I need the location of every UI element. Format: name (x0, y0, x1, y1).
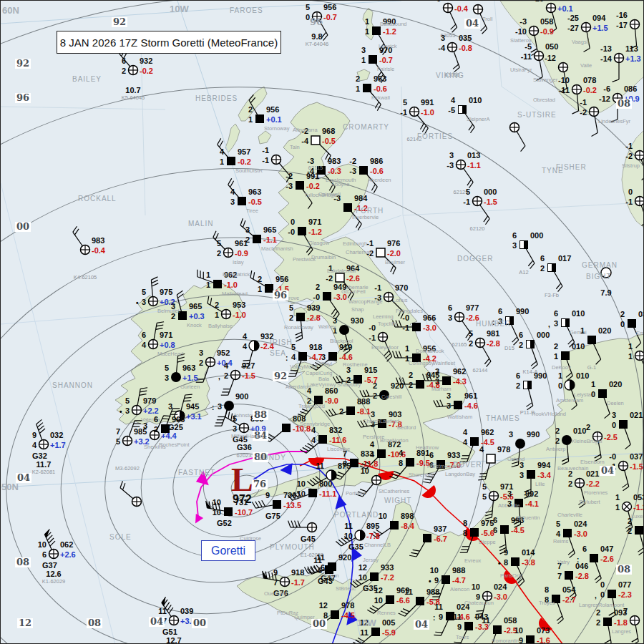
place-label: Herstmonceux (427, 463, 462, 469)
grid-label: 10W (170, 4, 189, 14)
station-extra: 9.8 (297, 32, 337, 41)
station-temp: 4 (458, 445, 484, 454)
place-label: BrizeNorton (380, 437, 409, 444)
station-tendency: -3.0 (494, 592, 507, 601)
station-dewpoint: -3 (267, 182, 293, 190)
station-pressure: 024 (574, 519, 587, 528)
station-temp: 8 (441, 519, 467, 527)
station-dewpoint: -1 (350, 333, 376, 342)
isobar-label: 92 (112, 17, 127, 27)
station-pressure: 024 (494, 582, 507, 591)
station-tendency: -0.5 (248, 197, 262, 206)
sea-area-label: PORTLAND (334, 511, 379, 519)
station-dewpoint: 9 (413, 576, 439, 585)
place-label: Stavanger (533, 77, 557, 83)
isobar-label: 04 (16, 473, 31, 483)
present-weather: • (119, 408, 122, 416)
label-layer: 62932-0.210.7K5-6404550956-0.79.8K7-6404… (1, 1, 644, 644)
station-tendency: -1.1 (263, 235, 277, 244)
sea-area-label: LUNDY (258, 454, 286, 462)
station-pressure: 963 (374, 74, 386, 83)
station-pressure: 956 (266, 105, 279, 114)
place-label: Chateaudun (464, 600, 494, 606)
station-name: MaceHead (157, 351, 183, 357)
station-pressure: 976 (387, 239, 400, 248)
station-tendency: -4.7 (452, 576, 466, 585)
station-temp: 5 (143, 364, 169, 372)
sea-area-label: MALIN (188, 220, 214, 228)
station-name: Lille (535, 481, 545, 487)
station-temp: 1 (570, 380, 595, 389)
station-name: LindesnesFyr (598, 118, 630, 125)
station-name: Gurteen (180, 384, 200, 390)
station-pressure: 077 (618, 580, 631, 589)
place-label: Wainfleet (433, 360, 455, 366)
station-temp: 3 (590, 411, 616, 419)
station-dewpoint: 4 (535, 530, 560, 538)
place-label: Aberdaron (286, 384, 311, 390)
station-dewpoint: 2 (494, 381, 520, 390)
station-dewpoint: 4 (221, 342, 247, 351)
isobar-label: 96 (273, 291, 288, 301)
station-name: Boulmer (385, 259, 405, 265)
station-tendency: -4.6 (464, 401, 478, 410)
place-label: Portland (346, 490, 366, 497)
station-pressure: 010 (572, 342, 585, 351)
station-dewpoint: 3 (414, 377, 439, 386)
sea-area-label: SHANNON (52, 381, 93, 389)
place-label: Marham (431, 386, 452, 392)
station-dewpoint: 7 (252, 578, 278, 587)
station-name: Fairisle (377, 66, 394, 72)
place-label: EmleyMoor (371, 344, 399, 351)
low-symbol: L (231, 464, 253, 496)
station-temp: -1 (243, 146, 269, 155)
place-label: Antwerp (546, 446, 566, 452)
station-dewpoint: -3 (331, 167, 356, 175)
station-name: SouthUistR (235, 167, 263, 174)
place-label: DeKooy (552, 364, 571, 371)
isobar-label: 76 (252, 479, 268, 489)
station-temp: -1 (561, 98, 587, 107)
station-temp: -6 (415, 0, 441, 3)
station-dewpoint: 11 (343, 628, 369, 637)
station-pressure: 920 (391, 381, 404, 390)
station-temp: 8 (523, 585, 549, 594)
place-label: Altnaharra (293, 127, 318, 133)
station-pressure: 971 (160, 331, 172, 339)
station-dewpoint: 2 (268, 313, 293, 322)
present-weather: , (548, 321, 550, 328)
place-label: Aboyne (331, 181, 349, 187)
present-weather: • (136, 299, 139, 307)
station-name: Luxembourg (631, 513, 644, 519)
station-pressure: 014 (522, 548, 535, 557)
station-dewpoint: 10 (327, 532, 353, 540)
station-dewpoint: 4 (120, 341, 146, 349)
station-name: SleipnerA (467, 116, 490, 122)
place-label: UtsiraFyr (510, 67, 532, 73)
place-label: Vaagsli (572, 39, 589, 45)
station-dewpoint: 3 (209, 197, 235, 206)
place-label: Rostherne (343, 361, 368, 368)
place-label: LakeVyrnwy (307, 381, 336, 388)
station-temp: 2 (227, 105, 253, 114)
station-pressure: 046 (575, 562, 588, 570)
station-temp: 11 (464, 616, 490, 625)
grid-label: 50N (1, 482, 19, 492)
station-pressure: 990 (516, 307, 529, 316)
place-label: Ballypatrick (223, 271, 250, 278)
place-label: Walney (318, 323, 336, 330)
station-dewpoint: 10 (357, 596, 383, 605)
station-name: LangdonBay (445, 471, 475, 477)
sea-area-label: SEA (270, 349, 286, 357)
station-temp: 4 (348, 440, 374, 449)
station-gust: G25 (168, 423, 183, 431)
station-gust: G75 (265, 512, 280, 520)
station-pressure: 992 (525, 489, 538, 498)
station-pressure: 010 (572, 309, 585, 318)
station-pressure: 978 (497, 445, 510, 454)
station-temp: 2 (599, 310, 625, 318)
station-temp: 10 (497, 626, 523, 635)
station-pressure: 073 (537, 626, 550, 635)
station-temp: 10 (195, 498, 221, 507)
place-label: StBrieuc (336, 585, 356, 592)
